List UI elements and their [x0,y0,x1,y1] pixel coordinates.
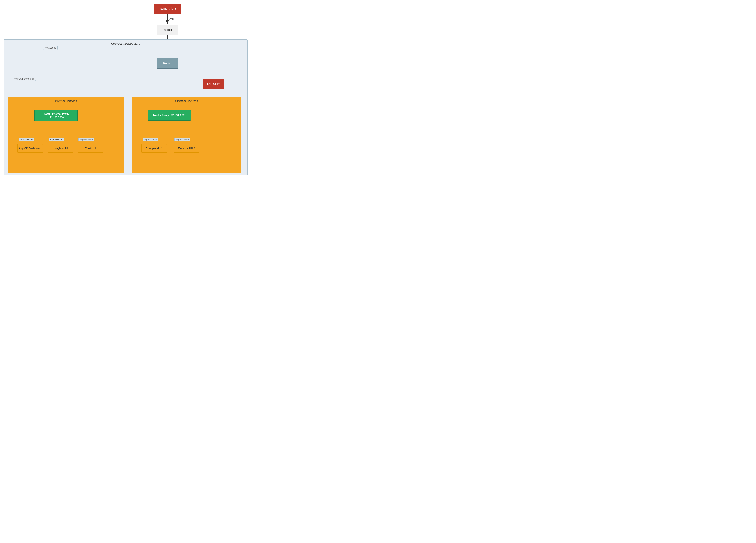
svg-text:WAN: WAN [169,18,174,21]
lan-client-label: LAN Client [207,82,220,86]
argocd-label: ArgoCD Dashboard [19,146,41,150]
lan-client-node: LAN Client [203,79,224,89]
longhorn-label: Longhorn UI [54,146,68,150]
traefik-internal-label2: 192.168.0.200 [49,116,64,119]
argocd-node: ArgoCD Dashboard [17,144,43,153]
internal-services-label: Internal Services [55,99,77,103]
router-label: Router [163,61,171,65]
traefik-external-label: Traefik Proxy 192.168.0.201 [153,113,186,117]
external-services-box: External Services [132,96,241,173]
no-access-label: No Access [43,46,58,50]
example-api1-label: Example API 1 [146,146,162,150]
ingress-route-argocd: IngressRoute [19,138,34,141]
traefik-internal-node: Traefik-Internal Proxy 192.168.0.200 [34,110,78,121]
example-api2-label: Example API 2 [178,146,195,150]
ingress-route-api1: IngressRoute [143,138,158,141]
network-infrastructure-label: Network Infrastructure [111,42,140,45]
internet-label: Internet [163,28,172,32]
traefik-ui-node: Traefik UI [78,144,103,153]
ingress-route-api2: IngressRoute [174,138,190,141]
traefik-ui-label: Traefik UI [85,146,96,150]
ingress-route-traefik-ui: IngressRoute [78,138,94,141]
internet-node: Internet [157,25,178,35]
traefik-internal-label1: Traefik-Internal Proxy [43,112,69,116]
ingress-route-longhorn: IngressRoute [49,138,64,141]
longhorn-node: Longhorn UI [48,144,73,153]
example-api1-node: Example API 1 [141,144,167,153]
internal-services-box: Internal Services [8,96,124,173]
example-api2-node: Example API 2 [174,144,199,153]
internet-client-node: Internet Client [154,4,181,14]
router-node: Router [157,58,178,69]
diagram-container: WAN WAN Port Forwarding 80/443 LAN [0,0,252,181]
traefik-external-node: Traefik Proxy 192.168.0.201 [148,110,191,120]
internet-client-label: Internet Client [159,7,176,11]
no-port-forwarding-label: No Port Forwarding [12,77,36,81]
external-services-label: External Services [175,99,198,103]
